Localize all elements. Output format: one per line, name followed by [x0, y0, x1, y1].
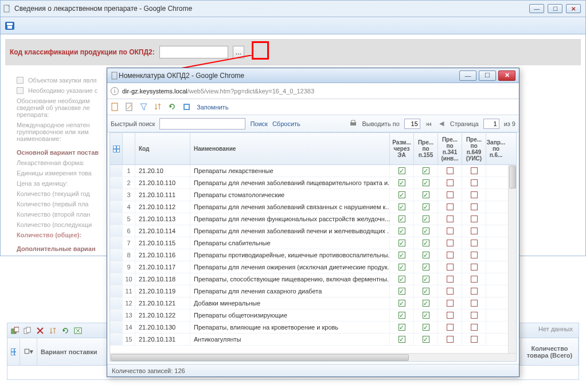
cell-check[interactable]	[414, 213, 438, 225]
checkbox-icon[interactable]	[423, 264, 429, 271]
cell-check[interactable]	[390, 189, 414, 201]
checkbox-icon[interactable]	[447, 312, 454, 319]
checkbox-icon[interactable]	[423, 191, 429, 198]
cell-check[interactable]	[414, 249, 438, 261]
cell-check[interactable]	[462, 201, 486, 213]
page-number-input[interactable]	[483, 119, 499, 129]
horizontal-scrollbar[interactable]	[110, 353, 516, 361]
cell-check[interactable]	[390, 165, 414, 177]
cell-check[interactable]	[438, 297, 462, 309]
cell-check[interactable]	[438, 249, 462, 261]
row-selector[interactable]	[110, 297, 123, 309]
checkbox-icon[interactable]	[447, 300, 454, 307]
row-selector[interactable]	[110, 237, 123, 249]
checkbox-icon[interactable]	[471, 252, 478, 258]
cell-check[interactable]	[390, 285, 414, 297]
cell-check[interactable]	[414, 225, 438, 237]
checkbox-icon[interactable]	[423, 215, 429, 222]
cell-check[interactable]	[438, 177, 462, 189]
checkbox-icon[interactable]	[399, 228, 405, 234]
cell-check[interactable]	[462, 165, 486, 177]
scrollbar-thumb[interactable]	[509, 166, 516, 189]
table-row[interactable]: 1421.20.10.130Препараты, влияющие на кро…	[110, 322, 516, 334]
cell-check[interactable]	[462, 261, 486, 273]
sort-icon[interactable]	[154, 103, 162, 111]
cell-check[interactable]	[414, 297, 438, 309]
cell-check[interactable]	[414, 261, 438, 273]
checkbox-icon[interactable]	[423, 288, 429, 295]
row-selector[interactable]	[110, 177, 123, 189]
refresh-icon[interactable]	[61, 327, 69, 335]
checkbox-icon[interactable]	[423, 252, 429, 258]
delete-icon[interactable]	[36, 327, 44, 335]
checkbox-icon[interactable]	[399, 252, 405, 258]
page-size-input[interactable]	[404, 119, 420, 129]
checkbox-icon[interactable]	[423, 300, 429, 307]
checkbox-header[interactable]: ☐▾	[20, 338, 37, 365]
cell-check[interactable]	[462, 309, 486, 321]
cell-check[interactable]	[390, 201, 414, 213]
row-selector[interactable]	[110, 213, 123, 225]
code-header[interactable]: Код	[135, 133, 190, 164]
table-row[interactable]: 821.20.10.116Препараты противодиарейные,…	[110, 249, 516, 261]
checkbox-icon[interactable]	[447, 215, 454, 222]
checkbox-icon[interactable]	[471, 215, 478, 222]
cell-check[interactable]	[414, 322, 438, 333]
cell-check[interactable]	[414, 189, 438, 201]
checkbox-icon[interactable]	[471, 300, 478, 307]
cell-check[interactable]	[462, 322, 486, 333]
cell-check[interactable]	[414, 237, 438, 249]
checkbox-icon[interactable]	[423, 240, 429, 246]
checkbox-icon[interactable]	[471, 191, 478, 198]
checkbox-icon[interactable]	[399, 312, 405, 319]
cell-check[interactable]	[438, 261, 462, 273]
cell-check[interactable]	[438, 309, 462, 321]
table-row[interactable]: 921.20.10.117Препараты для лечения ожире…	[110, 261, 516, 273]
edit-icon[interactable]	[125, 103, 134, 111]
scrollbar-thumb[interactable]	[111, 354, 409, 361]
popup-titlebar[interactable]: Номенклатура ОКПД2 - Google Chrome — ☐ ✕	[107, 68, 519, 83]
col4-header[interactable]: Пре... по п.649 (УИС)	[462, 133, 486, 164]
table-row[interactable]: 521.20.10.113Препараты для лечения функц…	[110, 213, 516, 225]
row-selector[interactable]	[110, 225, 123, 237]
main-titlebar[interactable]: Сведения о лекарственном препарате - Goo…	[1, 1, 585, 17]
checkbox-icon[interactable]	[399, 264, 405, 271]
vertical-scrollbar[interactable]	[508, 165, 516, 353]
row-selector[interactable]	[110, 165, 123, 177]
row-selector[interactable]	[110, 261, 123, 273]
checkbox-icon[interactable]	[447, 167, 454, 174]
checkbox-icon[interactable]	[471, 203, 478, 210]
checkbox-icon[interactable]	[447, 228, 454, 234]
checkbox-icon[interactable]	[471, 288, 478, 295]
cell-check[interactable]	[390, 213, 414, 225]
checkbox-icon[interactable]	[399, 336, 405, 343]
cell-check[interactable]	[390, 261, 414, 273]
cell-check[interactable]	[414, 273, 438, 285]
table-row[interactable]: 1221.20.10.121Добавки минеральные	[110, 297, 516, 309]
cell-check[interactable]	[438, 165, 462, 177]
col5-header[interactable]: Запр... по п.6...	[486, 133, 506, 164]
qty-column[interactable]: Количество товара (Всего)	[521, 338, 579, 365]
close-button[interactable]: ✕	[566, 4, 581, 13]
checkbox-icon[interactable]	[399, 179, 405, 186]
prev-page-button[interactable]: ◀	[437, 120, 446, 128]
cell-check[interactable]	[390, 322, 414, 333]
table-row[interactable]: 1521.20.10.131Антикоагулянты	[110, 334, 516, 346]
cell-check[interactable]	[390, 334, 414, 345]
checkbox-icon[interactable]	[447, 336, 454, 343]
row-selector[interactable]	[110, 249, 123, 261]
cell-check[interactable]	[462, 213, 486, 225]
search-button[interactable]: Поиск	[250, 120, 267, 127]
cell-check[interactable]	[390, 177, 414, 189]
sort-icon[interactable]	[49, 327, 57, 335]
reset-button[interactable]: Сбросить	[272, 120, 300, 127]
checkbox-icon[interactable]	[423, 179, 429, 186]
cell-check[interactable]	[462, 285, 486, 297]
cell-check[interactable]	[462, 225, 486, 237]
col2-header[interactable]: Пре... по п.155	[414, 133, 438, 164]
cell-check[interactable]	[414, 334, 438, 345]
checkbox-icon[interactable]	[447, 203, 454, 210]
col3-header[interactable]: Пре... по п.341 (инв...	[438, 133, 462, 164]
table-row[interactable]: 421.20.10.112Препараты для лечения забол…	[110, 201, 516, 213]
cell-check[interactable]	[438, 322, 462, 333]
